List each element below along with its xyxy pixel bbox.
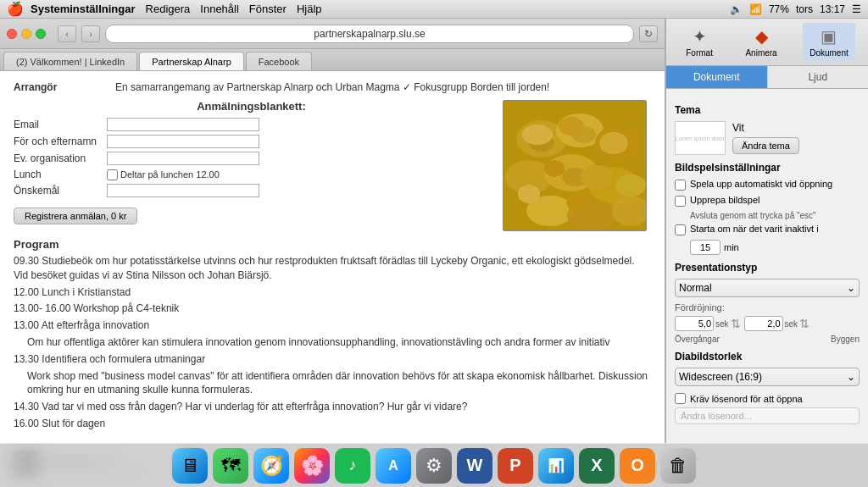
top-section: Anmälningsblankett: Email För och eftern… xyxy=(14,100,651,231)
presentation-type-header: Presentationstyp xyxy=(675,262,860,274)
delay-stepper-1[interactable]: ⇅ xyxy=(731,317,741,330)
theme-name: Vit xyxy=(732,122,799,134)
page-content: Arrangör En samarrangemang av Partnerska… xyxy=(14,81,651,486)
select-chevron-icon: ⌄ xyxy=(847,282,855,294)
delay-item-1: sek ⇅ xyxy=(675,316,741,331)
browser-content[interactable]: Arrangör En samarrangemang av Partnerska… xyxy=(0,71,665,487)
org-row: Ev. organisation xyxy=(14,152,489,165)
dock-keynote[interactable]: 📊 xyxy=(538,448,574,484)
name-label: För och efternamn xyxy=(14,136,107,147)
delay-unit-2: sek xyxy=(785,319,798,329)
delay-input-1[interactable] xyxy=(675,316,714,331)
time-row: min xyxy=(690,240,860,255)
auto-play-checkbox[interactable] xyxy=(675,180,686,191)
diabild-select[interactable]: Widescreen (16:9) ⌄ xyxy=(675,368,860,386)
dock-appstore[interactable]: A xyxy=(376,448,411,484)
password-checkbox-label: Kräv lösenord för att öppna xyxy=(690,394,803,404)
back-button[interactable]: ‹ xyxy=(58,25,76,42)
browser-tabs: (2) Välkommen! | LinkedIn Partnerskap Al… xyxy=(0,49,665,71)
dock-settings[interactable]: ⚙ xyxy=(416,448,452,484)
program-item-7: Work shop med "business model canvas" fö… xyxy=(27,369,651,398)
diabild-section-header: Diabildstorlek xyxy=(675,351,860,362)
escape-hint: Avsluta genom att trycka på "esc" xyxy=(690,211,860,220)
email-input[interactable] xyxy=(107,118,259,131)
delay-row: sek ⇅ sek ⇅ xyxy=(675,316,860,331)
dock-spotify[interactable]: ♪ xyxy=(335,448,370,484)
potato-image xyxy=(503,100,647,231)
bildspel-section-header: Bildspelsinställningar xyxy=(675,162,860,174)
onskmal-row: Önskemål xyxy=(14,184,489,197)
inactive-time-unit: min xyxy=(724,242,739,252)
svg-point-6 xyxy=(526,196,574,226)
format-tool[interactable]: ✦ Format xyxy=(679,23,720,61)
menu-fonster[interactable]: Fönster xyxy=(249,3,287,15)
dock-powerpoint[interactable]: P xyxy=(498,448,533,484)
volume-icon[interactable]: 🔈 xyxy=(730,3,743,15)
dock-photos[interactable]: 🌸 xyxy=(294,448,330,484)
svg-point-9 xyxy=(529,135,554,152)
lunch-checkbox[interactable] xyxy=(107,169,118,180)
program-item-2: 12.00 Lunch i Kristianstad xyxy=(14,285,651,300)
dock-excel[interactable]: X xyxy=(579,448,615,484)
reload-button[interactable]: ↻ xyxy=(639,25,658,42)
dock-maps[interactable]: 🗺 xyxy=(213,448,248,484)
program-item-6: 13.30 Identifiera och formulera utmaning… xyxy=(14,352,651,367)
dock-finder[interactable]: 🖥 xyxy=(172,448,208,484)
change-theme-button[interactable]: Ändra tema xyxy=(732,137,799,154)
minimize-button[interactable] xyxy=(21,29,31,39)
maximize-button[interactable] xyxy=(36,29,46,39)
tab-linkedin[interactable]: (2) Välkommen! | LinkedIn xyxy=(3,52,137,70)
traffic-lights xyxy=(7,29,46,39)
url-bar[interactable]: partnerskapalnarp.slu.se xyxy=(105,25,634,43)
presentation-type-row: Normal ⌄ xyxy=(675,279,860,297)
tab-dokument[interactable]: Dokument xyxy=(666,66,768,88)
delay-input-2[interactable] xyxy=(744,316,783,331)
animate-tool[interactable]: ◆ Animera xyxy=(738,23,783,61)
name-input[interactable] xyxy=(107,135,259,148)
tab-facebook[interactable]: Facebook xyxy=(246,52,312,70)
menu-extra[interactable]: ☰ xyxy=(852,3,861,15)
forward-button[interactable]: › xyxy=(81,25,100,42)
password-input-display[interactable]: Ändra lösenord... xyxy=(675,407,860,424)
inactive-time-input[interactable] xyxy=(690,240,721,255)
svg-point-8 xyxy=(612,196,647,226)
delay-stepper-2[interactable]: ⇅ xyxy=(799,317,810,330)
program-item-1: 09.30 Studiebeök om hur potatisstärkelse… xyxy=(14,254,651,283)
menu-innehall[interactable]: Innehåll xyxy=(200,3,239,15)
presentation-type-select[interactable]: Normal ⌄ xyxy=(675,279,860,297)
org-input[interactable] xyxy=(107,152,259,165)
tab-partnerskap[interactable]: Partnerskap Alnarp xyxy=(139,52,244,70)
dock-safari[interactable]: 🧭 xyxy=(253,448,289,484)
document-tool[interactable]: ▣ Dokument xyxy=(803,23,855,61)
program-item-8: 14.30 Vad tar vi med oss från dagen? Har… xyxy=(14,400,651,414)
svg-point-11 xyxy=(562,168,589,186)
onskmal-input[interactable] xyxy=(107,184,259,197)
password-checkbox[interactable] xyxy=(675,393,686,404)
dock-opera[interactable]: O xyxy=(620,448,655,484)
delay-section: Fördröjning: sek ⇅ sek ⇅ xyxy=(675,302,860,344)
overganger-label: Övergångar xyxy=(675,335,720,344)
wifi-icon[interactable]: 📶 xyxy=(749,3,762,15)
delay-label: Fördröjning: xyxy=(675,302,860,313)
tab-ljud[interactable]: Ljud xyxy=(768,66,869,88)
program-section: Program 09.30 Studiebeök om hur potatiss… xyxy=(14,238,651,431)
register-button[interactable]: Registrera anmälan, 0 kr xyxy=(14,208,137,224)
menu-redigera[interactable]: Redigera xyxy=(146,3,191,15)
dock-trash[interactable]: 🗑 xyxy=(660,448,696,484)
app-name[interactable]: Systeminställningar xyxy=(31,3,136,15)
email-row: Email xyxy=(14,118,489,131)
menu-hjalp[interactable]: Hjälp xyxy=(297,3,322,15)
lunch-text: Deltar på lunchen 12.00 xyxy=(120,169,220,180)
close-button[interactable] xyxy=(7,29,17,39)
svg-point-2 xyxy=(595,125,641,161)
diabild-select-row: Widescreen (16:9) ⌄ xyxy=(675,368,860,386)
password-section: Kräv lösenord för att öppna Ändra löseno… xyxy=(675,393,860,424)
dock-word[interactable]: W xyxy=(457,448,492,484)
browser-window: ‹ › partnerskapalnarp.slu.se ↻ (2) Välko… xyxy=(0,19,665,487)
inactive-checkbox[interactable] xyxy=(675,224,686,235)
photo-area xyxy=(503,100,651,231)
name-row: För och efternamn xyxy=(14,135,489,148)
apple-menu[interactable]: 🍎 xyxy=(7,1,24,17)
repeat-checkbox[interactable] xyxy=(675,196,686,207)
menubar: 🍎 Systeminställningar Redigera Innehåll … xyxy=(0,0,868,19)
